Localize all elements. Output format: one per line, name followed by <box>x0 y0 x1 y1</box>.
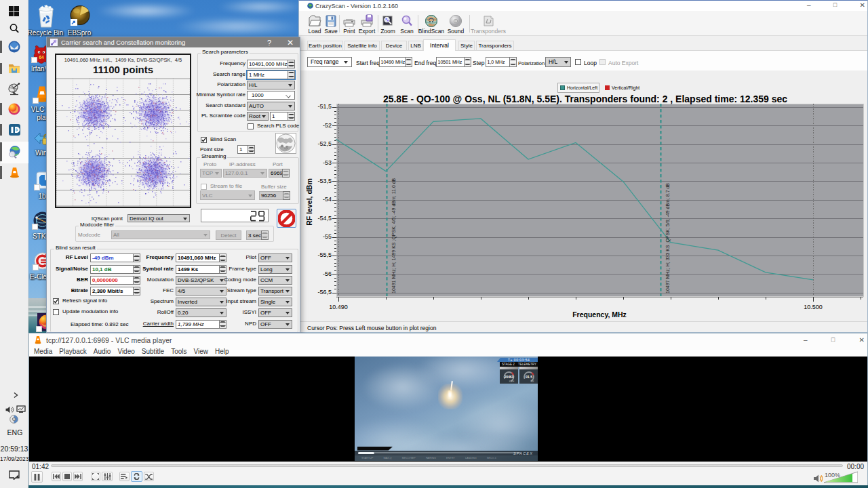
svg-text:01.5: 01.5 <box>526 375 532 379</box>
svg-text:KM: KM <box>531 380 534 383</box>
svg-text:10497 MHz; H; 333 KS ;QPSK; 5/: 10497 MHz; H; 333 KS ;QPSK; 5/6; -49 dBm… <box>665 183 671 293</box>
svg-text:KM/H: KM/H <box>509 380 515 383</box>
svg-text:64: 64 <box>39 55 44 60</box>
svg-text:20463: 20463 <box>505 375 514 379</box>
svg-text:10491 MHz; H; 1499 KS ;QPSK; 4: 10491 MHz; H; 1499 KS ;QPSK; 4/5; -49 dB… <box>391 178 397 293</box>
